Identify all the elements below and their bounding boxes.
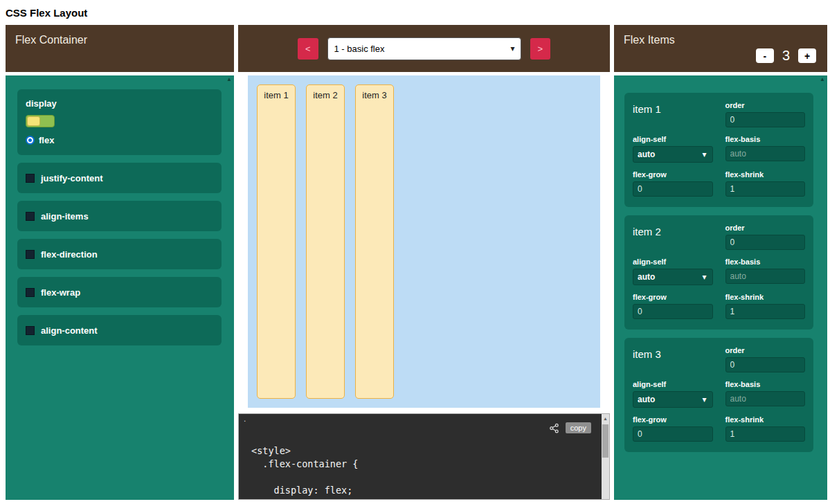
order-input[interactable] <box>725 112 806 127</box>
section-align-content[interactable]: align-content <box>17 315 222 345</box>
field-label: flex-grow <box>633 170 713 179</box>
code-corner-dot: . <box>244 414 246 424</box>
flex-shrink-input[interactable] <box>725 426 806 442</box>
display-toggle[interactable] <box>26 115 55 127</box>
field-label: flex-shrink <box>725 415 806 424</box>
section-label: align-items <box>41 211 89 222</box>
item-card-2: item 2 order align-self auto flex-basis <box>624 215 813 330</box>
field-label: flex-basis <box>725 135 806 143</box>
field-label: align-self <box>633 380 713 388</box>
prev-scenario-button[interactable]: < <box>298 38 318 60</box>
flex-container-panel: Flex Container ▲ display flex justify-co… <box>6 25 234 500</box>
item-card-1: item 1 order align-self auto flex-basis <box>624 93 813 207</box>
flex-preview-container: item 1 item 2 item 3 <box>248 75 600 408</box>
field-label: align-self <box>633 135 713 143</box>
order-field: order <box>725 346 806 372</box>
item-card-3: item 3 order align-self auto flex-basis <box>624 338 813 452</box>
checkbox-icon[interactable] <box>26 174 35 183</box>
item-name: item 3 <box>633 348 713 372</box>
flex-container-title: Flex Container <box>15 34 87 46</box>
order-input[interactable] <box>725 357 806 372</box>
scenario-select-wrap: 1 - basic flex <box>327 37 521 60</box>
radio-icon[interactable] <box>26 136 35 145</box>
item-name: item 2 <box>633 226 713 250</box>
code-panel: . copy <style> .flex-container { display… <box>238 413 610 500</box>
order-field: order <box>725 101 806 127</box>
field-label: flex-shrink <box>725 293 806 301</box>
display-label: display <box>26 98 213 109</box>
flex-shrink-input[interactable] <box>725 304 806 319</box>
flex-grow-input[interactable] <box>633 426 713 442</box>
radio-label: flex <box>39 135 54 145</box>
flex-grow-input[interactable] <box>633 304 713 319</box>
scroll-up-icon[interactable]: ▲ <box>226 77 232 82</box>
section-flex-wrap[interactable]: flex-wrap <box>17 277 222 307</box>
flex-items-panel: Flex Items - 3 + ▲ item 1 order align-se… <box>614 25 827 500</box>
checkbox-icon[interactable] <box>26 250 35 259</box>
scroll-up-icon[interactable]: ▲ <box>602 416 609 421</box>
item-count: 3 <box>782 48 790 64</box>
toggle-knob-icon <box>27 116 40 126</box>
scenario-select[interactable]: 1 - basic flex <box>327 37 521 60</box>
align-self-select-wrap: auto <box>633 146 713 163</box>
code-text: <style> .flex-container { display: flex; <box>251 444 609 497</box>
flex-basis-input[interactable] <box>725 269 806 284</box>
field-label: order <box>725 346 806 354</box>
section-label: flex-direction <box>41 249 98 260</box>
code-toolbar: copy <box>549 422 591 433</box>
align-self-select[interactable]: auto <box>633 391 713 408</box>
flex-container-panel-body: ▲ display flex justify-content align-ite… <box>6 75 234 500</box>
section-label: flex-wrap <box>41 287 80 298</box>
field-label: align-self <box>633 258 713 266</box>
flex-item: item 3 <box>355 84 394 399</box>
remove-item-button[interactable]: - <box>756 48 774 63</box>
flex-shrink-input[interactable] <box>725 181 806 197</box>
scrollbar-thumb[interactable] <box>602 424 608 458</box>
scroll-up-icon[interactable]: ▲ <box>820 77 825 82</box>
preview-column: < 1 - basic flex > item 1 item 2 item 3 … <box>238 25 610 500</box>
flex-shrink-field: flex-shrink <box>725 293 806 319</box>
add-item-button[interactable]: + <box>798 48 816 63</box>
section-flex-direction[interactable]: flex-direction <box>17 239 222 269</box>
flex-grow-input[interactable] <box>633 181 713 197</box>
field-label: flex-grow <box>633 293 713 301</box>
section-align-items[interactable]: align-items <box>17 201 222 231</box>
align-self-select[interactable]: auto <box>633 269 713 285</box>
flex-basis-field: flex-basis <box>725 258 806 285</box>
code-scrollbar[interactable]: ▲ <box>602 414 609 499</box>
field-label: flex-basis <box>725 258 806 266</box>
align-self-select[interactable]: auto <box>633 146 713 163</box>
order-input[interactable] <box>725 235 806 250</box>
field-label: order <box>725 224 806 232</box>
checkbox-icon[interactable] <box>26 212 35 221</box>
field-label: flex-basis <box>725 380 806 388</box>
section-label: justify-content <box>41 173 103 183</box>
preview-wrap: item 1 item 2 item 3 <box>238 75 610 408</box>
item-count-controls: - 3 + <box>624 48 816 64</box>
flex-basis-input[interactable] <box>725 391 806 406</box>
flex-shrink-field: flex-shrink <box>725 170 806 197</box>
page-title: CSS Flex Layout <box>6 7 824 19</box>
flex-basis-input[interactable] <box>725 146 806 161</box>
next-scenario-button[interactable]: > <box>530 38 551 60</box>
flex-basis-field: flex-basis <box>725 135 806 163</box>
flex-items-panel-header: Flex Items - 3 + <box>614 25 827 72</box>
item-name: item 1 <box>633 103 713 127</box>
checkbox-icon[interactable] <box>26 326 35 335</box>
align-self-select-wrap: auto <box>633 391 713 408</box>
section-label: align-content <box>41 325 98 336</box>
align-self-field: align-self auto <box>633 380 713 408</box>
display-flex-option[interactable]: flex <box>26 135 213 145</box>
display-section: display flex <box>17 89 222 155</box>
share-icon[interactable] <box>549 423 559 433</box>
flex-grow-field: flex-grow <box>633 293 713 319</box>
align-self-field: align-self auto <box>633 135 713 163</box>
scenario-nav-header: < 1 - basic flex > <box>238 25 610 72</box>
copy-button[interactable]: copy <box>566 422 591 433</box>
flex-container-panel-header: Flex Container <box>6 25 234 72</box>
flex-item: item 2 <box>306 84 345 399</box>
flex-grow-field: flex-grow <box>633 170 713 197</box>
section-justify-content[interactable]: justify-content <box>17 163 222 193</box>
field-label: order <box>725 101 806 109</box>
checkbox-icon[interactable] <box>26 288 35 297</box>
